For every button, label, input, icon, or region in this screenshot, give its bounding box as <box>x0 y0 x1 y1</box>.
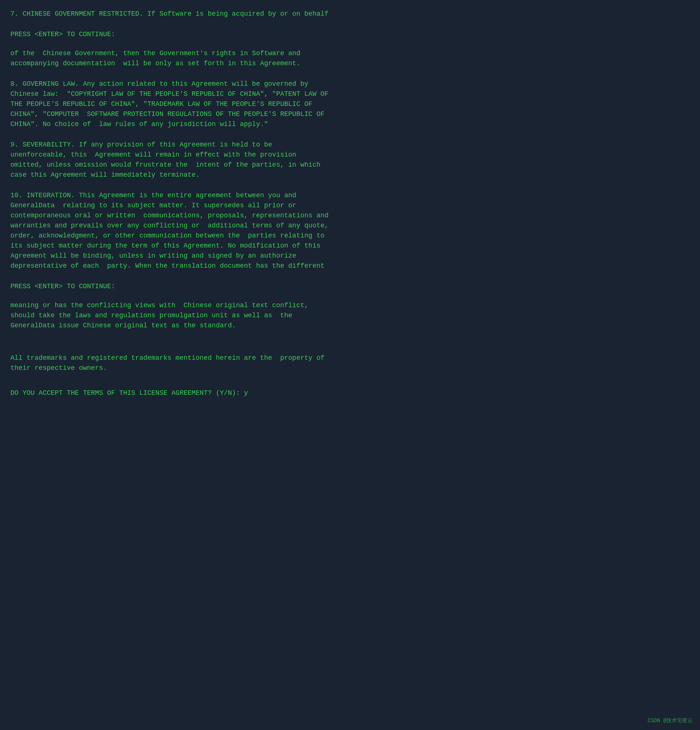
section-trademarks-text: All trademarks and registered trademarks… <box>10 353 689 373</box>
section-7: 7. CHINESE GOVERNMENT RESTRICTED. If Sof… <box>10 9 689 19</box>
press-enter-2: PRESS <ENTER> TO CONTINUE: <box>10 281 689 292</box>
terminal-content: 7. CHINESE GOVERNMENT RESTRICTED. If Sof… <box>10 9 689 398</box>
section-8: 8. GOVERNING LAW. Any action related to … <box>10 79 689 129</box>
section-7-cont-text: of the Chinese Government, then the Gove… <box>10 48 689 69</box>
section-9: 9. SEVERABILITY. If any provision of thi… <box>10 140 689 180</box>
prompt-text: DO YOU ACCEPT THE TERMS OF THIS LICENSE … <box>10 388 689 398</box>
section-7-cont: of the Chinese Government, then the Gove… <box>10 48 689 69</box>
watermark: CSDN @技术宅星云 <box>648 717 693 725</box>
press-enter-2-text: PRESS <ENTER> TO CONTINUE: <box>10 281 689 292</box>
section-7-text: 7. CHINESE GOVERNMENT RESTRICTED. If Sof… <box>10 9 689 19</box>
section-9-text: 9. SEVERABILITY. If any provision of thi… <box>10 140 689 180</box>
section-10-cont-text: meaning or has the conflicting views wit… <box>10 301 689 331</box>
section-10-text: 10. INTEGRATION. This Agreement is the e… <box>10 191 689 271</box>
press-enter-1: PRESS <ENTER> TO CONTINUE: <box>10 29 689 40</box>
section-10-cont: meaning or has the conflicting views wit… <box>10 301 689 331</box>
press-enter-1-text: PRESS <ENTER> TO CONTINUE: <box>10 29 689 40</box>
section-10: 10. INTEGRATION. This Agreement is the e… <box>10 191 689 271</box>
section-trademarks: All trademarks and registered trademarks… <box>10 353 689 373</box>
section-8-text: 8. GOVERNING LAW. Any action related to … <box>10 79 689 129</box>
prompt-line: DO YOU ACCEPT THE TERMS OF THIS LICENSE … <box>10 388 689 398</box>
